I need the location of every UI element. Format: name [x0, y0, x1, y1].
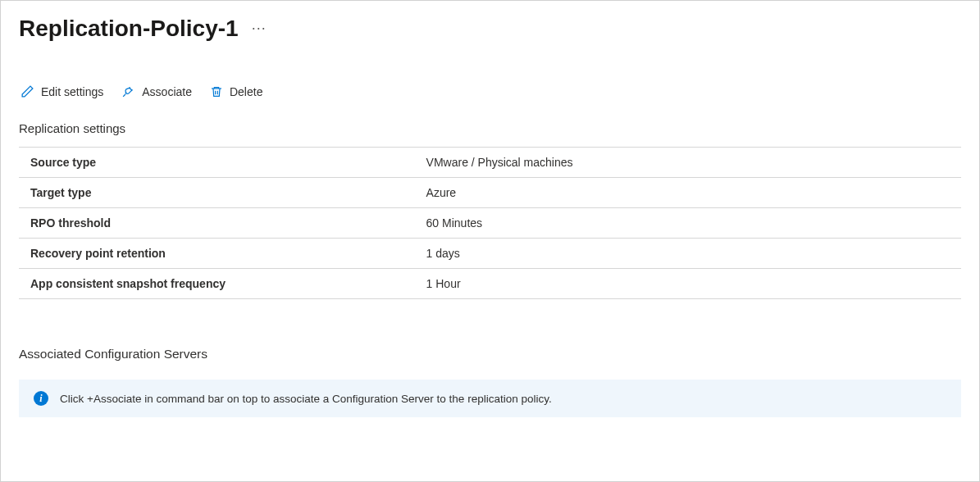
page-header: Replication-Policy-1 ···: [19, 16, 961, 42]
edit-settings-label: Edit settings: [41, 85, 103, 98]
settings-table: Source type VMware / Physical machines T…: [19, 147, 961, 299]
setting-label: Recovery point retention: [19, 239, 415, 269]
associated-servers-heading: Associated Configuration Servers: [19, 347, 961, 362]
edit-settings-button[interactable]: Edit settings: [19, 81, 105, 102]
plug-icon: [121, 84, 135, 98]
table-row: Recovery point retention 1 days: [19, 239, 961, 269]
table-row: Source type VMware / Physical machines: [19, 148, 961, 178]
table-row: Target type Azure: [19, 178, 961, 208]
replication-settings-heading: Replication settings: [19, 121, 961, 135]
setting-value: Azure: [415, 178, 961, 208]
info-banner: i Click +Associate in command bar on top…: [19, 380, 961, 417]
delete-button[interactable]: Delete: [208, 81, 264, 102]
associate-label: Associate: [142, 85, 192, 98]
info-icon: i: [34, 391, 48, 406]
page-title: Replication-Policy-1: [19, 16, 239, 42]
setting-label: RPO threshold: [19, 208, 415, 239]
table-row: App consistent snapshot frequency 1 Hour: [19, 269, 961, 299]
setting-label: Target type: [19, 178, 415, 208]
setting-value: 60 Minutes: [415, 208, 961, 239]
table-row: RPO threshold 60 Minutes: [19, 208, 961, 239]
trash-icon: [210, 85, 223, 98]
more-icon[interactable]: ···: [252, 20, 267, 39]
setting-value: VMware / Physical machines: [415, 148, 961, 178]
pencil-icon: [21, 84, 34, 98]
command-bar: Edit settings Associate Delete: [19, 81, 961, 102]
associate-button[interactable]: Associate: [120, 81, 194, 102]
delete-label: Delete: [230, 85, 262, 98]
setting-label: Source type: [19, 148, 415, 178]
info-banner-text: Click +Associate in command bar on top t…: [60, 393, 552, 405]
setting-label: App consistent snapshot frequency: [19, 269, 415, 299]
setting-value: 1 days: [415, 239, 961, 269]
setting-value: 1 Hour: [415, 269, 961, 299]
